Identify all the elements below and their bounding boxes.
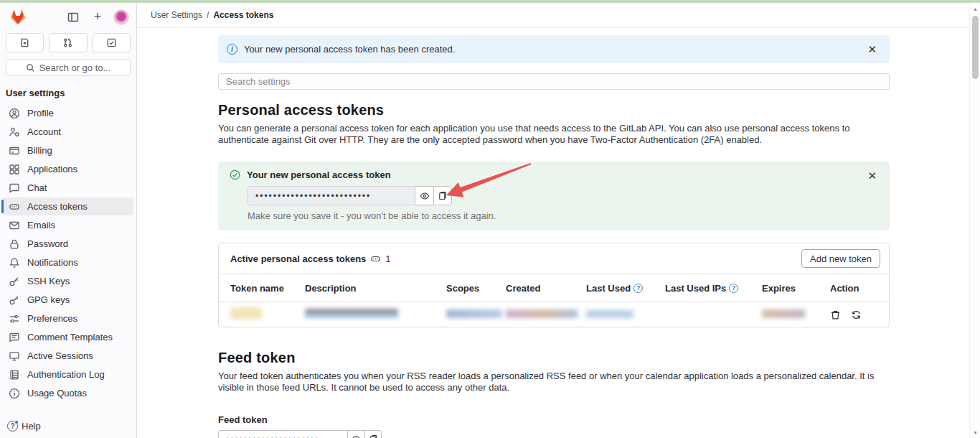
active-tokens-title: Active personal access tokens 1: [230, 253, 391, 264]
scrollbar-thumb[interactable]: [972, 16, 979, 79]
active-tokens-card: Active personal access tokens 1 Add new …: [218, 243, 890, 327]
feed-reveal-button[interactable]: [347, 430, 364, 438]
new-token-title: Your new personal access token: [247, 169, 391, 180]
reveal-token-button[interactable]: [415, 186, 433, 205]
merge-requests-shortcut-button[interactable]: [49, 33, 87, 52]
col-description: Description: [305, 283, 446, 294]
comment-templates-icon: [9, 332, 20, 343]
sidebar-item-label: Comment Templates: [27, 332, 113, 343]
redacted-scopes: [446, 309, 502, 318]
rotate-token-button[interactable]: [851, 309, 862, 320]
sidebar-item-password[interactable]: Password: [3, 235, 133, 253]
sidebar-item-authentication-log[interactable]: Authentication Log: [3, 365, 133, 383]
sidebar-item-label: Preferences: [27, 313, 77, 324]
redacted-created: [506, 309, 578, 318]
success-alert-close-icon[interactable]: ✕: [863, 169, 881, 182]
add-new-token-button[interactable]: Add new token: [801, 249, 880, 268]
sidebar-item-preferences[interactable]: Preferences: [3, 309, 133, 327]
info-alert: i Your new personal access token has bee…: [218, 35, 890, 63]
gitlab-logo-icon[interactable]: [9, 8, 27, 26]
breadcrumb-current: Access tokens: [213, 10, 273, 20]
sidebar-item-comment-templates[interactable]: Comment Templates: [3, 328, 133, 346]
sidebar-item-label: GPG keys: [27, 294, 70, 305]
sidebar-item-ssh-keys[interactable]: SSH Keys: [3, 272, 133, 290]
col-last-used-ips: Last Used IPs ?: [665, 283, 762, 294]
authentication-log-icon: [9, 369, 20, 381]
col-created: Created: [506, 283, 586, 294]
copy-token-button[interactable]: [433, 186, 452, 205]
feed-token-description: Your feed token authenticates you when y…: [218, 371, 890, 393]
sidebar-item-applications[interactable]: Applications: [3, 160, 133, 178]
col-scopes: Scopes: [446, 283, 506, 294]
scroll-down-icon[interactable]: ▼: [970, 427, 980, 438]
sidebar-item-access-tokens[interactable]: Access tokens: [3, 197, 133, 215]
rotate-icon: [851, 309, 862, 320]
sidebar-toggle-icon[interactable]: [65, 9, 82, 26]
last-used-ips-help-icon[interactable]: ?: [729, 284, 738, 293]
account-icon: [9, 126, 20, 138]
last-used-help-icon[interactable]: ?: [633, 284, 643, 293]
token-pill-icon: [370, 253, 381, 264]
sidebar-item-profile[interactable]: Profile: [3, 104, 133, 122]
sidebar-item-label: SSH Keys: [27, 276, 70, 286]
scroll-up-icon[interactable]: ▲: [970, 3, 980, 14]
sidebar: + Search or go to... User settings: [0, 3, 137, 438]
help-button[interactable]: ? Help: [0, 414, 136, 438]
top-strip: [0, 0, 980, 3]
eye-icon: [420, 191, 430, 201]
new-token-input[interactable]: [248, 186, 415, 205]
sidebar-item-label: Active Sessions: [27, 350, 93, 361]
sidebar-item-notifications[interactable]: Notifications: [3, 253, 133, 271]
sidebar-item-usage-quotas[interactable]: Usage Quotas: [3, 384, 133, 402]
settings-search-input[interactable]: [218, 73, 890, 90]
billing-icon: [9, 145, 20, 157]
sidebar-item-label: Authentication Log: [27, 369, 105, 380]
new-token-row: [248, 186, 880, 205]
revoke-token-button[interactable]: [830, 309, 841, 320]
sidebar-item-gpg-keys[interactable]: GPG keys: [3, 291, 133, 309]
pat-section-title: Personal access tokens: [218, 102, 890, 118]
sidebar-header: +: [0, 3, 136, 29]
sidebar-item-active-sessions[interactable]: Active Sessions: [3, 347, 133, 365]
sidebar-search-placeholder: Search or go to...: [39, 62, 111, 73]
sidebar-item-billing[interactable]: Billing: [3, 141, 133, 159]
shortcut-row: [0, 29, 136, 52]
notification-dot: [14, 420, 19, 424]
feed-token-input[interactable]: [218, 430, 347, 438]
sidebar-item-label: Notifications: [27, 257, 78, 268]
sidebar-item-label: Account: [27, 126, 61, 137]
sidebar-section-title: User settings: [0, 76, 136, 104]
sidebar-item-label: Emails: [27, 220, 55, 230]
info-alert-close-icon[interactable]: ✕: [863, 42, 881, 56]
todo-list-shortcut-button[interactable]: [93, 33, 131, 52]
sidebar-item-account[interactable]: Account: [3, 123, 133, 141]
password-icon: [9, 238, 20, 250]
col-expires: Expires: [762, 283, 830, 294]
ssh-keys-icon: [9, 276, 20, 287]
chat-icon: [9, 182, 20, 194]
copy-icon: [369, 434, 378, 438]
tokens-table-header: Token name Description Scopes Created La…: [219, 274, 889, 302]
breadcrumb-parent[interactable]: User Settings: [151, 10, 202, 20]
sidebar-item-chat[interactable]: Chat: [3, 179, 133, 197]
issues-shortcut-button[interactable]: [6, 33, 44, 52]
main-area: User Settings / Access tokens i Your new…: [138, 3, 969, 438]
sidebar-item-label: Usage Quotas: [27, 388, 87, 399]
page-scrollbar[interactable]: ▲ ▼: [969, 3, 980, 438]
new-token-title-row: Your new personal access token: [230, 169, 880, 180]
redacted-last-used: [586, 310, 633, 318]
feed-copy-button[interactable]: [364, 430, 382, 438]
copy-icon: [438, 191, 448, 201]
token-table-row: [219, 302, 889, 327]
user-avatar[interactable]: [113, 9, 129, 25]
sidebar-item-emails[interactable]: Emails: [3, 216, 133, 234]
new-token-alert: Your new personal access token Make sure…: [218, 162, 890, 230]
sidebar-item-label: Applications: [27, 164, 77, 174]
breadcrumb: User Settings / Access tokens: [138, 3, 969, 28]
token-actions: [830, 309, 877, 320]
applications-icon: [9, 164, 20, 175]
active-tokens-header: Active personal access tokens 1 Add new …: [219, 243, 889, 274]
sidebar-search[interactable]: Search or go to...: [6, 59, 131, 76]
active-sessions-icon: [9, 350, 20, 362]
create-new-icon[interactable]: +: [89, 9, 106, 26]
